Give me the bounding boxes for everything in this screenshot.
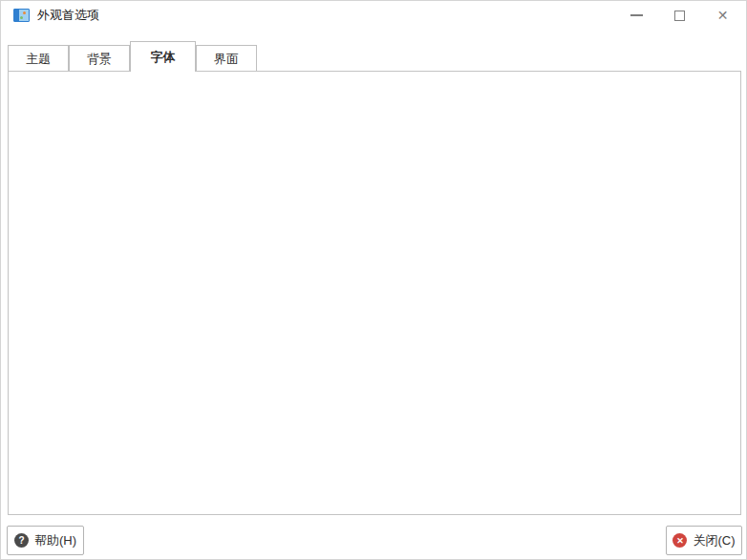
close-icon: ✕ [717,8,729,23]
help-button[interactable]: ? 帮助(H) [7,526,84,555]
maximize-icon [674,11,685,21]
help-button-label: 帮助(H) [34,532,76,549]
app-icon-dot [20,16,23,19]
app-icon-band [14,10,19,21]
tab-theme[interactable]: 主题 [8,45,69,71]
close-circle-icon: ✕ [672,533,687,548]
minimize-button[interactable] [615,1,658,30]
window-controls: ✕ [615,1,744,30]
window-title: 外观首选项 [37,1,99,30]
tab-interface[interactable]: 界面 [196,45,257,71]
app-icon-dot [23,11,26,14]
tab-fonts[interactable]: 字体 [130,41,196,72]
appearance-preferences-window: 外观首选项 ✕ 主题 背景 字体 界面 应用程序字体(A): Noto Sans… [0,0,747,560]
close-button[interactable]: ✕ 关闭(C) [666,526,742,555]
minimize-icon [630,14,643,16]
titlebar[interactable]: 外观首选项 ✕ [1,1,746,30]
appearance-app-icon [13,9,30,22]
fonts-tab-panel [8,71,741,515]
tab-background[interactable]: 背景 [69,45,130,71]
maximize-button[interactable] [658,1,701,30]
close-button-label: 关闭(C) [693,532,735,549]
close-window-button[interactable]: ✕ [701,1,744,30]
help-icon: ? [14,533,29,548]
